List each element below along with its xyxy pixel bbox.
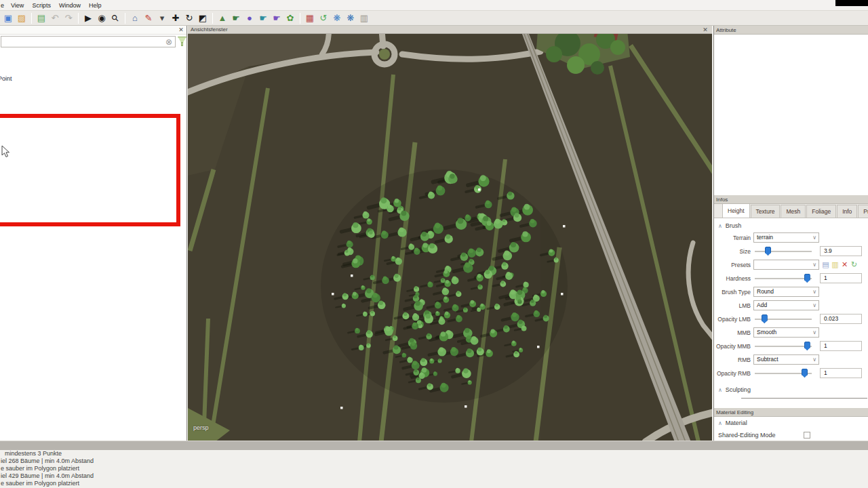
foliage-paint-icon[interactable]: ☛ — [257, 12, 269, 24]
chevron-down-icon: ∨ — [812, 301, 816, 310]
tab-texture[interactable]: Texture — [751, 205, 781, 218]
tab-height[interactable]: Height — [722, 204, 750, 218]
dropdown-value: Smooth — [757, 329, 776, 336]
sculpting-section-header[interactable]: ∧ Sculpting — [714, 385, 868, 394]
terrain-paint-icon[interactable]: ☛ — [230, 12, 242, 24]
row-label: Opacity MMB — [714, 340, 751, 353]
collapse-caret-icon: ∧ — [718, 223, 722, 229]
viewport-titlebar: Ansichtsfenster ✕ — [188, 26, 712, 34]
hardness-value-field[interactable]: 1 — [820, 273, 862, 283]
opacity-rmb-value-field[interactable]: 1 — [820, 368, 862, 378]
frame-home-icon[interactable]: ⌂ — [129, 12, 141, 24]
slider-thumb[interactable] — [765, 247, 771, 256]
row-label: Hardness — [714, 272, 751, 285]
status-line: iel 429 Bäume | min 4.0m Abstand — [0, 472, 868, 480]
menu-scripts[interactable]: Scripts — [28, 0, 55, 11]
row-label: Presets — [714, 258, 751, 272]
toolbar-separator — [78, 13, 79, 24]
play-icon[interactable]: ▶ — [82, 12, 94, 24]
open-file-icon[interactable]: ▨ — [16, 12, 28, 24]
slider-track[interactable] — [755, 251, 812, 252]
delete-preset-icon[interactable]: ✕ — [840, 260, 849, 270]
rotate-tool-icon[interactable]: ↻ — [183, 12, 195, 24]
settings-gear-icon[interactable]: ❋ — [331, 12, 343, 24]
brush-rows: Terrainterrain∨Size3.9Presets∨▤▥✕↻Hardne… — [714, 231, 868, 380]
tab-procedural[interactable]: Procedural — [858, 205, 868, 218]
toolbar-separator — [125, 13, 125, 24]
slider-thumb[interactable] — [802, 369, 808, 378]
save-preset-icon[interactable]: ▤ — [821, 260, 830, 270]
divider-line — [741, 398, 867, 399]
annotation-rectangle — [0, 114, 180, 226]
clipboard-icon[interactable]: ▥ — [358, 12, 370, 24]
right-panel: Attribute Infos HeightTextureMeshFoliage… — [713, 26, 868, 441]
presets-dropdown[interactable]: ∨ — [753, 260, 819, 270]
slider-thumb[interactable] — [804, 274, 810, 283]
dropdown-value: Add — [757, 302, 767, 308]
new-preset-icon[interactable]: ▥ — [831, 260, 840, 270]
lmb-dropdown[interactable]: Add∨ — [753, 300, 819, 310]
scenegraph-item-point[interactable]: Point — [0, 75, 12, 82]
refresh-icon[interactable]: ↺ — [317, 12, 330, 24]
brush-section-header[interactable]: ∧ Brush — [714, 221, 868, 230]
brush-row-presets: Presets∨▤▥✕↻ — [714, 258, 868, 272]
opacity-lmb-value-field[interactable]: 0.023 — [820, 314, 862, 324]
tab-info[interactable]: Info — [837, 205, 857, 218]
status-line: iel 268 Bäume | min 4.0m Abstand — [0, 458, 868, 465]
scale-tool-icon[interactable]: ◩ — [197, 12, 209, 24]
terrain-detail-icon[interactable]: ● — [243, 12, 256, 24]
rmb-dropdown[interactable]: Subtract∨ — [753, 354, 819, 365]
size-value-field[interactable]: 3.9 — [820, 246, 862, 256]
slider-thumb[interactable] — [762, 314, 768, 323]
screen-corner-artifact — [835, 0, 868, 6]
brush-row-mmb: MMBSmooth∨ — [714, 326, 868, 340]
slider-thumb[interactable] — [804, 342, 810, 350]
toolbar-separator — [212, 13, 213, 24]
scenegraph-panel: ✕ ⊗ Point — [0, 26, 187, 441]
menu-window[interactable]: Window — [55, 0, 85, 11]
edit-pen-icon[interactable]: ✎ — [142, 12, 155, 24]
viewport-canvas[interactable] — [188, 34, 712, 441]
status-log: mindestens 3 Punkteiel 268 Bäume | min 4… — [0, 450, 868, 488]
foliage-layer-icon[interactable]: ✿ — [284, 12, 296, 24]
tab-mesh[interactable]: Mesh — [781, 205, 806, 218]
terrain-info-icon[interactable]: ☛ — [271, 12, 283, 24]
search-input[interactable]: ⊗ — [1, 36, 176, 47]
slider-track[interactable] — [755, 346, 812, 347]
caret-down-icon[interactable]: ▾ — [156, 12, 168, 24]
funnel-shape — [178, 37, 186, 43]
close-icon[interactable]: ✕ — [177, 26, 185, 34]
tab-foliage[interactable]: Foliage — [806, 205, 836, 218]
move-tool-icon[interactable]: ✚ — [170, 12, 182, 24]
toolbar-separator — [300, 13, 300, 24]
menu-help[interactable]: Help — [85, 0, 106, 11]
clear-search-icon[interactable]: ⊗ — [165, 37, 172, 47]
brush-row-rmb: RMBSubtract∨ — [714, 353, 868, 367]
shader-gear-icon[interactable]: ❋ — [344, 12, 357, 24]
redo-icon[interactable]: ↷ — [62, 12, 75, 24]
brush-type-dropdown[interactable]: Round∨ — [753, 287, 819, 297]
undo-icon[interactable]: ↶ — [49, 12, 61, 24]
menu-e[interactable]: e — [0, 0, 7, 11]
row-label: RMB — [714, 353, 751, 367]
search-magnifier-icon[interactable]: ⚲ — [106, 9, 123, 26]
viewport-window: Ansichtsfenster ✕ persp — [188, 26, 712, 441]
mmb-dropdown[interactable]: Smooth∨ — [753, 327, 819, 338]
material-section-header[interactable]: ∧ Material — [714, 418, 868, 428]
import-icon[interactable]: ▤ — [35, 12, 47, 24]
new-file-icon[interactable]: ▣ — [2, 12, 14, 24]
reload-preset-icon[interactable]: ↻ — [850, 260, 859, 270]
opacity-mmb-value-field[interactable]: 1 — [820, 341, 862, 351]
menu-view[interactable]: View — [7, 0, 28, 11]
terrain-dropdown[interactable]: terrain∨ — [753, 232, 819, 243]
close-icon[interactable]: ✕ — [701, 26, 709, 34]
terrain-sculpt-icon[interactable]: ▲ — [216, 12, 229, 24]
brush-row-hardness: Hardness1 — [714, 272, 868, 285]
row-label: Terrain — [714, 231, 751, 245]
filter-funnel-icon[interactable] — [178, 37, 186, 47]
terrain-tabbar: HeightTextureMeshFoliageInfoProcedural — [714, 204, 868, 218]
dropdown-value: Round — [757, 288, 774, 295]
terrain-layers-icon[interactable]: ▦ — [304, 12, 316, 24]
shared-editing-checkbox[interactable] — [804, 432, 810, 439]
slider-track[interactable] — [755, 278, 812, 279]
